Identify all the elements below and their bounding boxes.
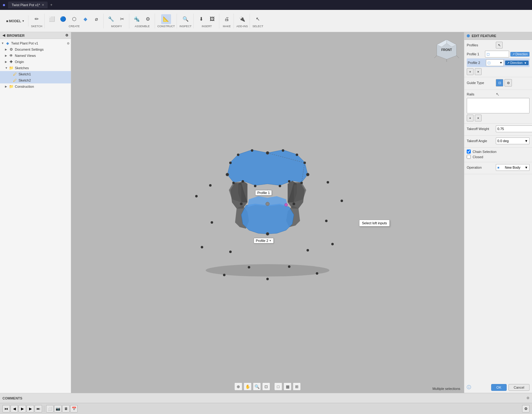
tree-item-sketch2[interactable]: 🖊 Sketch2 xyxy=(0,77,71,83)
profile1-direction-button[interactable]: ↗ Direction xyxy=(510,52,530,57)
rails-remove-button[interactable]: × xyxy=(475,115,482,121)
select-icon[interactable]: ↖ xyxy=(253,14,263,24)
addins-icon[interactable]: 🔌 xyxy=(237,14,247,24)
titlebar: ● Twist Plant Pot v1* × + xyxy=(0,0,532,10)
rails-input-area[interactable] xyxy=(467,98,530,113)
create-box-icon[interactable]: ⬜ xyxy=(47,14,57,24)
nav-prev-button[interactable]: ◀ xyxy=(11,405,18,412)
create-pipe-icon[interactable]: ⌀ xyxy=(92,14,101,24)
svg-line-6 xyxy=(457,56,459,58)
tree-item-namedviews[interactable]: ▶ 👁 Named Views xyxy=(0,53,71,59)
svg-point-36 xyxy=(201,246,203,248)
toolbar-modify-group: 🔧 ✂ MODIFY xyxy=(104,14,129,28)
root-settings-icon[interactable]: ⚙ xyxy=(67,42,70,45)
main-tab[interactable]: Twist Plant Pot v1* × xyxy=(8,2,48,8)
visual-style-button[interactable]: ▦ xyxy=(284,382,292,391)
takeoff-weight-section: Takeoff Weight ▼ xyxy=(464,124,532,136)
nav-last-button[interactable]: ⏭ xyxy=(35,405,42,412)
guide-type-centerline-button[interactable]: ⊝ xyxy=(504,79,512,87)
browser-title: BROWSER xyxy=(7,34,24,37)
nav-next-button[interactable]: ▶ xyxy=(27,405,34,412)
tree-item-sketch1[interactable]: 🖊 Sketch1 xyxy=(0,71,71,77)
operation-select[interactable]: ■ New Body ▼ xyxy=(496,164,530,171)
tree-item-root[interactable]: ▼ ◆ Twist Plant Pot v1 ⚙ xyxy=(0,40,71,46)
close-tab-button[interactable]: × xyxy=(42,3,44,7)
nav-screen-button[interactable]: 🖥 xyxy=(62,405,70,412)
profile2-direction-button[interactable]: ↗ Direction ▼ xyxy=(505,61,529,65)
construct-icon[interactable]: 📐 xyxy=(161,14,171,24)
svg-point-35 xyxy=(195,195,198,197)
takeoff-weight-input[interactable] xyxy=(496,125,532,132)
make-label: MAKE xyxy=(223,25,231,28)
profile2-input[interactable]: ◻ ▼ xyxy=(486,59,504,66)
takeoff-angle-select[interactable]: 0.0 deg ▼ xyxy=(496,137,530,144)
comments-section: COMMENTS xyxy=(2,396,524,400)
profiles-row: Profiles ↖ xyxy=(467,42,530,49)
closed-checkbox[interactable] xyxy=(467,155,471,159)
browser-settings-icon[interactable]: ⚙ xyxy=(65,33,68,37)
svg-point-14 xyxy=(282,149,284,152)
insert-label: INSERT xyxy=(202,25,212,28)
svg-point-27 xyxy=(327,181,329,184)
zoom-button[interactable]: 🔍 xyxy=(253,382,261,391)
collapse-browser-icon[interactable]: ◀ xyxy=(2,33,5,37)
profiles-section: Profiles ↖ Profile 1 ◻ ↗ Direction Profi… xyxy=(464,40,532,77)
svg-text:FRONT: FRONT xyxy=(441,48,452,52)
profiles-label: Profiles xyxy=(467,43,495,47)
rails-add-button[interactable]: + xyxy=(467,115,474,121)
profiles-select-button[interactable]: ↖ xyxy=(496,42,503,49)
create-globe-icon[interactable]: ⬡ xyxy=(69,14,79,24)
profile-add-button[interactable]: + xyxy=(467,68,474,75)
guide-type-rails-button[interactable]: ⊡ xyxy=(496,79,503,87)
cancel-button[interactable]: Cancel xyxy=(508,384,530,391)
tree-item-sketches[interactable]: ▼ 📁 Sketches xyxy=(0,65,71,71)
nav-timeline-button[interactable]: 📅 xyxy=(70,405,78,412)
svg-point-12 xyxy=(292,202,295,205)
chain-selection-checkbox[interactable] xyxy=(467,150,471,154)
nav-play-button[interactable]: ▶ xyxy=(19,405,26,412)
bottom-bar: COMMENTS ⚙ xyxy=(0,393,532,403)
profile1-input[interactable]: ◻ xyxy=(485,51,509,57)
nav-first-button[interactable]: ⏮ xyxy=(2,405,10,412)
insert-icon2[interactable]: 🖼 xyxy=(207,14,217,24)
nav-frame-button[interactable]: ⬜ xyxy=(46,405,54,412)
profile2-tag[interactable]: Profile 2 ▼ xyxy=(254,238,274,243)
add-tab-button[interactable]: + xyxy=(50,3,52,7)
insert-icon[interactable]: ⬇ xyxy=(196,14,206,24)
tree-item-construction[interactable]: ▶ 📁 Construction xyxy=(0,83,71,90)
namedviews-label: Named Views xyxy=(15,54,70,57)
assemble-icon2[interactable]: ⚙ xyxy=(143,14,153,24)
create-cyl-icon[interactable]: 🔵 xyxy=(58,14,68,24)
comments-settings-icon[interactable]: ⚙ xyxy=(526,396,530,400)
display-mode-button[interactable]: □ xyxy=(274,382,282,391)
profile-remove-button[interactable]: × xyxy=(475,68,482,75)
modify-icon[interactable]: 🔧 xyxy=(106,14,116,24)
viewcube[interactable]: FRONT xyxy=(434,37,459,62)
operation-row: Operation ■ New Body ▼ xyxy=(467,164,530,171)
make-icon[interactable]: 🖨 xyxy=(222,14,232,24)
sketch-icon[interactable]: ✏ xyxy=(32,14,42,24)
nav-camera-button[interactable]: 📷 xyxy=(54,405,62,412)
modify-icon2[interactable]: ✂ xyxy=(117,14,127,24)
assemble-icon[interactable]: 🔩 xyxy=(132,14,142,24)
profile2-dropdown[interactable]: ▼ xyxy=(500,61,502,64)
nav-icon-group-left: ⏮ ◀ ▶ ▶ ⏭ xyxy=(2,405,42,412)
info-button[interactable]: ⓘ xyxy=(467,385,471,390)
ok-button[interactable]: OK xyxy=(491,384,507,391)
profile2-dropdown-arrow[interactable]: ▼ xyxy=(269,239,272,242)
tree-item-docsettings[interactable]: ▶ ⚙ Document Settings xyxy=(0,46,71,53)
grid-button[interactable]: ⊞ xyxy=(293,382,301,391)
viewport[interactable]: FRONT xyxy=(71,32,464,393)
tree-item-origin[interactable]: ▶ ✚ Origin xyxy=(0,59,71,65)
pan-button[interactable]: ✋ xyxy=(244,382,252,391)
orbit-button[interactable]: ⊕ xyxy=(234,382,242,391)
create-loft-icon[interactable]: ◆ xyxy=(80,14,90,24)
assemble-label: ASSEMBLE xyxy=(135,25,150,28)
inspect-icon[interactable]: 🔍 xyxy=(181,14,191,24)
takeoff-weight-label: Takeoff Weight xyxy=(467,127,495,131)
zoom-fit-button[interactable]: ⊡ xyxy=(262,382,270,391)
model-button[interactable]: ■ MODEL ▼ xyxy=(4,16,26,26)
nav-settings-button[interactable]: ⚙ xyxy=(522,405,530,412)
profile2-icon: ◻ xyxy=(487,61,491,65)
namedviews-icon: 👁 xyxy=(9,53,14,58)
